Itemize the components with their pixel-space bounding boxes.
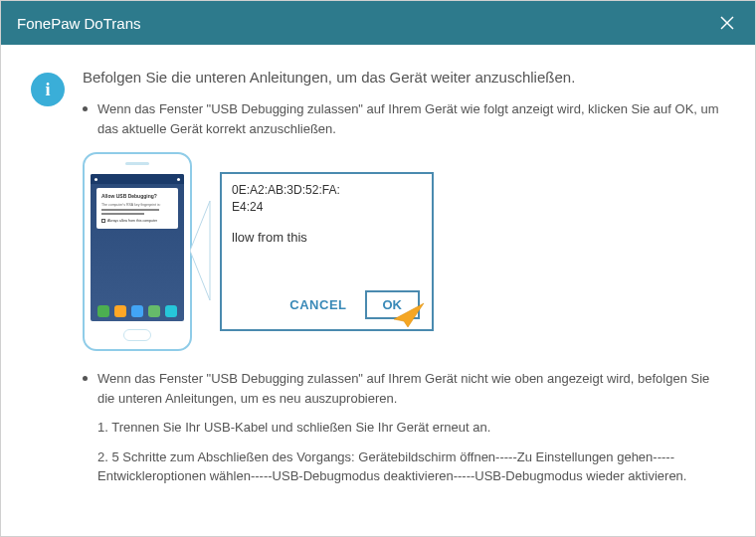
bullet-1: Wenn das Fenster "USB Debugging zulassen… [83,99,725,138]
phone-always-allow: Always allow from this computer [101,219,173,224]
ok-button[interactable]: OK [365,290,421,319]
dialog-content: i Befolgen Sie die unteren Anleitungen, … [1,45,755,506]
phone-checkbox-label: Always allow from this computer [107,219,157,224]
phone-home-button [123,329,151,341]
main-area: Befolgen Sie die unteren Anleitungen, um… [83,69,725,486]
dock-icon [165,305,177,317]
step-1: 1. Trennen Sie Ihr USB-Kabel und schließ… [97,418,725,438]
phone-mockup: Allow USB Debugging? The computer's RSA … [83,152,192,351]
info-icon: i [31,73,65,106]
bullet-dot-icon [83,106,88,111]
bullet-2: Wenn das Fenster "USB Debugging zulassen… [83,369,725,408]
phone-usb-dialog: Allow USB Debugging? The computer's RSA … [96,188,178,229]
phone-dock [91,305,184,317]
phone-statusbar [91,174,184,184]
dock-icon [114,305,126,317]
page-title: Befolgen Sie die unteren Anleitungen, um… [83,69,725,86]
callout-connector [190,251,220,253]
zoom-allow-text: llow from this [232,230,422,245]
illustration: Allow USB Debugging? The computer's RSA … [83,152,725,351]
close-icon [719,15,735,31]
phone-dialog-title: Allow USB Debugging? [101,193,173,200]
cancel-button[interactable]: CANCEL [289,297,346,312]
phone-screen: Allow USB Debugging? The computer's RSA … [91,174,184,321]
cursor-arrow-icon [386,301,426,329]
zoom-buttons: CANCEL OK [289,290,420,319]
phone-speaker [125,162,149,165]
titlebar: FonePaw DoTrans [1,1,755,45]
phone-dialog-line1: The computer's RSA key fingerprint is: [101,203,173,208]
checkbox-icon [101,219,105,223]
close-button[interactable] [715,11,739,35]
dock-icon [148,305,160,317]
bullet-1-text: Wenn das Fenster "USB Debugging zulassen… [97,99,725,138]
step-2: 2. 5 Schritte zum Abschließen des Vorgan… [97,448,725,486]
bullet-2-text: Wenn das Fenster "USB Debugging zulassen… [97,369,725,408]
bullet-dot-icon [83,376,88,381]
zoom-mac-line1: 0E:A2:AB:3D:52:FA: [232,182,422,199]
zoom-mac-line2: E4:24 [232,199,422,216]
window-title: FonePaw DoTrans [17,15,141,32]
dock-icon [131,305,143,317]
dock-icon [97,305,109,317]
zoom-panel: 0E:A2:AB:3D:52:FA: E4:24 llow from this … [220,172,434,331]
